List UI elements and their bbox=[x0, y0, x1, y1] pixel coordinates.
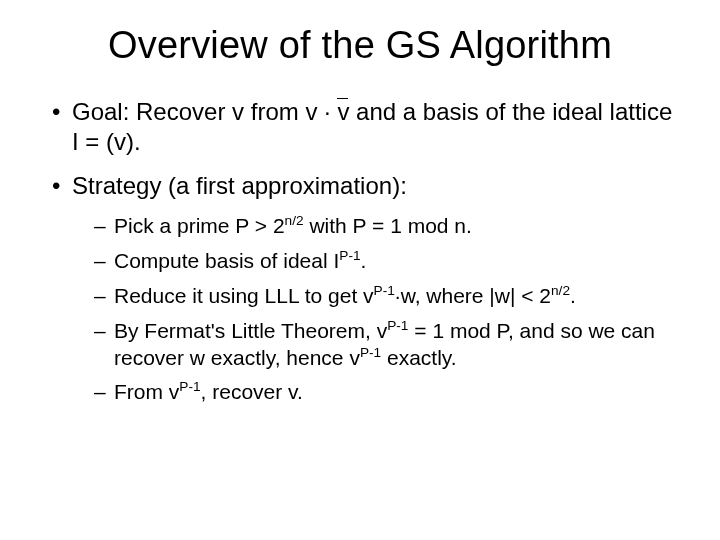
exponent: P-1 bbox=[360, 345, 381, 360]
exponent: n/2 bbox=[551, 283, 570, 298]
text: exactly. bbox=[381, 346, 456, 369]
sub-bullet-basis: Compute basis of ideal IP-1. bbox=[90, 248, 674, 275]
sub-bullet-fermat: By Fermat's Little Theorem, vP-1 = 1 mod… bbox=[90, 318, 674, 372]
bullet-list: Goal: Recover v from v · v and a basis o… bbox=[46, 97, 674, 406]
exponent: n/2 bbox=[285, 213, 304, 228]
text: ·w, where |w| < 2 bbox=[395, 284, 551, 307]
slide-content: Goal: Recover v from v · v and a basis o… bbox=[46, 97, 674, 406]
exponent: P-1 bbox=[339, 248, 360, 263]
text: , recover v. bbox=[201, 380, 303, 403]
text: Reduce it using LLL to get v bbox=[114, 284, 374, 307]
bullet-goal: Goal: Recover v from v · v and a basis o… bbox=[46, 97, 674, 157]
strategy-label: Strategy (a first approximation): bbox=[72, 172, 407, 199]
text: By Fermat's Little Theorem, v bbox=[114, 319, 387, 342]
text: Pick a prime P > 2 bbox=[114, 214, 285, 237]
bullet-strategy: Strategy (a first approximation): Pick a… bbox=[46, 171, 674, 406]
v-bar-symbol: v bbox=[337, 97, 349, 127]
text: with P = 1 mod n. bbox=[304, 214, 472, 237]
sub-bullet-lll: Reduce it using LLL to get vP-1·w, where… bbox=[90, 283, 674, 310]
sub-bullet-list: Pick a prime P > 2n/2 with P = 1 mod n. … bbox=[72, 213, 674, 406]
slide-title: Overview of the GS Algorithm bbox=[46, 24, 674, 67]
text: From v bbox=[114, 380, 179, 403]
text: . bbox=[570, 284, 576, 307]
sub-bullet-recover: From vP-1, recover v. bbox=[90, 379, 674, 406]
sub-bullet-prime: Pick a prime P > 2n/2 with P = 1 mod n. bbox=[90, 213, 674, 240]
exponent: P-1 bbox=[374, 283, 395, 298]
slide: Overview of the GS Algorithm Goal: Recov… bbox=[0, 0, 720, 540]
exponent: P-1 bbox=[387, 318, 408, 333]
exponent: P-1 bbox=[179, 379, 200, 394]
text: . bbox=[361, 249, 367, 272]
goal-text-pre: Goal: Recover v from v · bbox=[72, 98, 337, 125]
text: Compute basis of ideal I bbox=[114, 249, 339, 272]
